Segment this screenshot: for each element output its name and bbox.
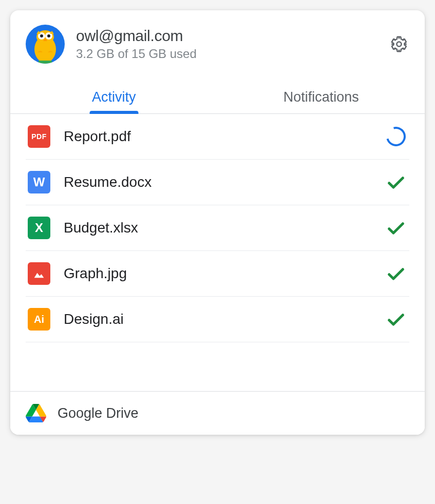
gear-icon (390, 35, 408, 53)
svg-rect-9 (33, 267, 45, 279)
check-icon (386, 309, 406, 329)
file-name: Graph.jpg (64, 265, 371, 282)
svg-point-4 (40, 34, 43, 37)
sync-status-done (385, 171, 407, 193)
sync-status-done (385, 217, 407, 239)
tab-activity[interactable]: Activity (10, 80, 218, 113)
storage-usage: 3.2 GB of 15 GB used (76, 47, 377, 61)
owl-avatar-icon (31, 30, 59, 64)
spinner-icon (383, 123, 409, 150)
google-drive-icon (26, 404, 46, 422)
settings-button[interactable] (389, 34, 409, 54)
user-info: owl@gmail.com 3.2 GB of 15 GB used (76, 27, 377, 61)
tabs: Activity Notifications (10, 80, 425, 114)
svg-rect-7 (39, 61, 52, 64)
mountain-icon (32, 266, 46, 281)
pdf-icon: PDF (28, 125, 50, 148)
file-row[interactable]: W Resume.docx (26, 160, 409, 205)
svg-point-8 (396, 42, 401, 46)
avatar[interactable] (26, 25, 65, 64)
footer[interactable]: Google Drive (10, 391, 425, 435)
account-header: owl@gmail.com 3.2 GB of 15 GB used (10, 10, 425, 74)
check-icon (386, 172, 406, 192)
illustrator-icon: Ai (28, 308, 50, 331)
word-icon: W (28, 171, 50, 193)
file-row[interactable]: Ai Design.ai (26, 297, 409, 342)
file-name: Design.ai (64, 311, 371, 327)
excel-icon: X (28, 217, 50, 239)
file-list: PDF Report.pdf W Resume.docx X Budget.xl… (10, 114, 425, 391)
file-name: Report.pdf (64, 128, 371, 145)
drive-sync-panel: owl@gmail.com 3.2 GB of 15 GB used Activ… (10, 10, 425, 435)
file-name: Budget.xlsx (64, 220, 371, 236)
sync-status-done (385, 308, 407, 331)
svg-point-5 (47, 34, 50, 37)
file-row[interactable]: Graph.jpg (26, 251, 409, 297)
footer-app-name: Google Drive (58, 405, 139, 421)
check-icon (386, 218, 406, 238)
file-name: Resume.docx (64, 174, 371, 190)
account-email: owl@gmail.com (76, 27, 377, 45)
file-row[interactable]: PDF Report.pdf (26, 114, 409, 160)
sync-status-syncing (385, 125, 407, 148)
sync-status-done (385, 262, 407, 285)
tab-notifications[interactable]: Notifications (218, 80, 425, 113)
file-row[interactable]: X Budget.xlsx (26, 205, 409, 251)
check-icon (386, 263, 406, 284)
image-icon (28, 262, 50, 285)
